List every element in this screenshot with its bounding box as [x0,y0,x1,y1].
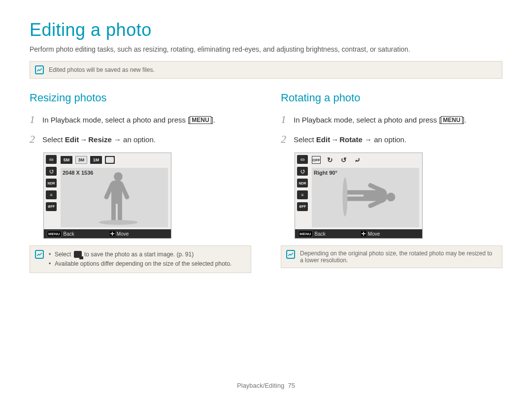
step-text: In Playback mode, select a photo and pre… [42,113,215,125]
note-text: Depending on the original photo size, th… [300,250,497,264]
menu-button-label: MENU [441,116,462,124]
lcd-footer: MENUBack Move [44,229,171,238]
adjust-icon: ⊘FF [46,202,57,211]
intro-text: Perform photo editing tasks, such as res… [30,45,502,53]
svg-point-1 [99,220,137,225]
styler-icon: ≡ [297,190,308,199]
note-icon [286,250,295,259]
step-number: 2 [281,133,289,146]
person-silhouette-icon [61,168,168,226]
size-option-3m: 3M [75,156,87,164]
start-image-icon [74,251,82,258]
note-item: Select to save the photo as a start imag… [49,250,232,259]
camera-lcd-rotate: ▭ ⭯ NDR ≡ ⊘FF OFF ↻ ↺ ⤾ Right 90° [295,153,423,239]
rotate-left-icon: ↺ [339,156,348,164]
person-silhouette-rotated-icon [312,168,419,226]
note-list: Select to save the photo as a start imag… [49,250,232,269]
acb-icon: NDR [297,179,308,187]
step-text: Select Edit → Rotate → an option. [294,133,406,145]
size-option-1m: 1M [90,156,102,164]
adjust-icon: ⊘FF [297,202,308,211]
step-text: Select Edit → Resize → an option. [42,133,156,145]
menu-icon: MENU [47,231,62,237]
page-footer: Playback/Editing 75 [0,382,532,389]
step-number: 1 [30,113,37,126]
rotate-off-icon: OFF [312,156,321,164]
footer-page-number: 75 [288,382,295,389]
nav-icon [361,231,366,236]
step-text: In Playback mode, select a photo and pre… [294,113,466,125]
lcd-preview: 2048 X 1536 [61,168,168,227]
menu-icon: MENU [298,231,313,237]
section-heading-rotating: Rotating a photo [281,92,502,104]
note-icon [35,250,44,259]
lcd-side-icons: ▭ ⭯ NDR ≡ ⊘FF [46,155,59,211]
svg-point-0 [114,172,123,181]
camera-lcd-resize: ▭ ⭯ NDR ≡ ⊘FF 5M 3M 1M 2048 X 1536 [43,153,171,239]
resize-icon: ▭ [297,155,308,164]
menu-button-label: MENU [190,116,211,124]
size-option-5m: 5M [61,156,72,164]
section-heading-resizing: Resizing photos [30,92,251,104]
rotate-note: Depending on the original photo size, th… [281,246,502,268]
lcd-footer: MENUBack Move [295,229,422,238]
svg-point-3 [342,178,347,216]
step-number: 2 [30,133,37,146]
resize-icon: ▭ [46,155,57,164]
note-item: Available options differ depending on th… [49,259,232,269]
start-image-icon [106,157,114,163]
acb-icon: NDR [46,179,57,187]
rotate-icon: ⭯ [46,167,57,176]
styler-icon: ≡ [46,190,57,199]
step-number: 1 [281,113,289,126]
nav-icon [110,231,115,236]
footer-section: Playback/Editing [237,382,284,389]
rotate-icon: ⭯ [297,167,308,176]
step-1: 1 In Playback mode, select a photo and p… [30,113,251,126]
lcd-top-options: 5M 3M 1M [61,156,115,164]
rotating-section: Rotating a photo 1 In Playback mode, sel… [281,92,502,286]
lcd-side-icons: ▭ ⭯ NDR ≡ ⊘FF [297,155,310,211]
resize-notes: Select to save the photo as a start imag… [30,246,251,273]
size-option-start [105,156,115,164]
step-1: 1 In Playback mode, select a photo and p… [281,113,502,126]
lcd-top-options: OFF ↻ ↺ ⤾ [312,156,362,164]
resizing-section: Resizing photos 1 In Playback mode, sele… [30,92,251,286]
rotate-180-icon: ⤾ [353,156,362,164]
step-2: 2 Select Edit → Rotate → an option. [281,133,502,146]
note-icon [35,65,44,74]
rotate-right-icon: ↻ [326,156,334,164]
top-note: Edited photos will be saved as new files… [30,61,502,79]
lcd-preview: Right 90° [312,168,419,227]
page-title: Editing a photo [30,20,502,40]
svg-point-2 [387,193,396,202]
note-text: Edited photos will be saved as new files… [49,66,155,73]
step-2: 2 Select Edit → Resize → an option. [30,133,251,146]
